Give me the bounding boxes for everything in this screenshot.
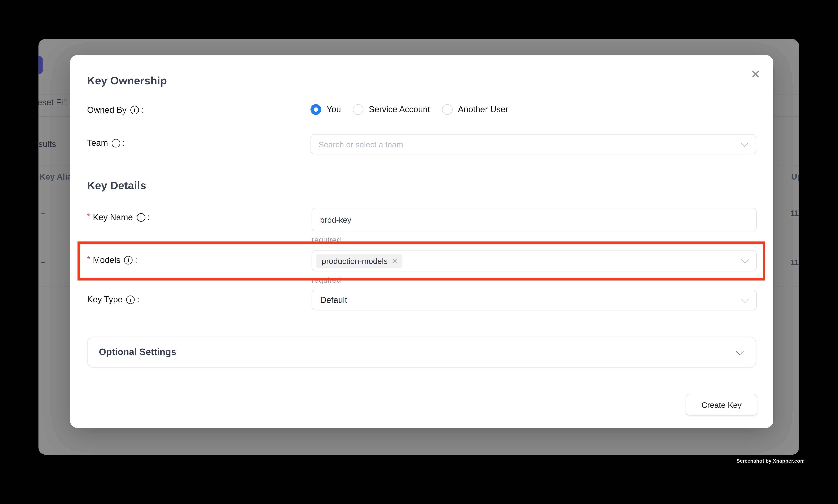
table-cell-updated: 11/ <box>790 257 799 267</box>
info-icon[interactable]: i <box>130 106 139 114</box>
key-name-input[interactable]: prod-key <box>311 208 757 231</box>
chevron-down-icon <box>741 139 748 147</box>
key-details-title: Key Details <box>87 179 146 192</box>
chevron-down-icon <box>736 347 744 355</box>
radio-label: Another User <box>458 105 508 114</box>
owned-by-radio-group: You Service Account Another User <box>310 104 508 115</box>
colon: : <box>141 105 143 115</box>
radio-option-you[interactable]: You <box>310 104 341 115</box>
watermark-text: Screenshot by Xnapper.com <box>736 458 805 464</box>
screenshot-root: eset Filt sults Key Alia Up – 11/ – 11/ … <box>0 0 838 504</box>
table-cell-updated: 11/ <box>790 209 799 218</box>
column-header-updated: Up <box>791 172 799 182</box>
close-icon[interactable]: ✕ <box>751 69 761 80</box>
owned-by-label: Owned By i : <box>87 105 143 115</box>
table-cell-dash: – <box>41 208 45 217</box>
owned-by-label-text: Owned By <box>87 105 126 115</box>
required-asterisk: * <box>87 213 90 220</box>
radio-unselected-icon[interactable] <box>353 104 363 115</box>
radio-label: Service Account <box>369 105 430 114</box>
create-key-modal: Key Ownership ✕ Owned By i : You Service… <box>70 55 773 428</box>
key-name-label: * Key Name i : <box>87 213 149 222</box>
team-select-placeholder: Search or select a team <box>318 140 403 149</box>
radio-option-another-user[interactable]: Another User <box>442 104 508 115</box>
optional-settings-toggle[interactable]: Optional Settings <box>87 337 756 367</box>
table-cell-dash: – <box>41 257 45 266</box>
colon: : <box>147 213 149 222</box>
team-label-text: Team <box>87 138 108 148</box>
column-header-key-alias: Key Alia <box>40 172 72 182</box>
radio-selected-icon[interactable] <box>310 104 321 115</box>
key-type-label-text: Key Type <box>87 295 123 305</box>
team-select[interactable]: Search or select a team <box>310 134 756 155</box>
info-icon[interactable]: i <box>126 295 135 304</box>
info-icon[interactable]: i <box>112 139 120 148</box>
modal-title: Key Ownership <box>87 74 167 87</box>
optional-settings-label: Optional Settings <box>99 346 176 358</box>
radio-label: You <box>326 105 341 114</box>
chevron-down-icon <box>741 295 749 303</box>
key-name-value: prod-key <box>320 215 352 224</box>
results-count-clipped-label: sults <box>38 139 56 149</box>
key-name-label-text: Key Name <box>93 213 133 222</box>
radio-unselected-icon[interactable] <box>442 104 452 115</box>
reset-filters-clipped-label[interactable]: eset Filt <box>38 98 67 107</box>
models-required-highlight <box>77 241 765 281</box>
colon: : <box>122 138 125 148</box>
key-type-select[interactable]: Default <box>311 290 757 310</box>
key-type-value: Default <box>320 295 347 305</box>
key-type-label: Key Type i : <box>87 295 139 305</box>
info-icon[interactable]: i <box>137 213 145 222</box>
team-label: Team i : <box>87 138 125 148</box>
create-key-button-fragment[interactable] <box>38 56 43 74</box>
radio-option-service-account[interactable]: Service Account <box>353 104 430 115</box>
create-key-button[interactable]: Create Key <box>686 394 757 416</box>
colon: : <box>137 295 139 305</box>
